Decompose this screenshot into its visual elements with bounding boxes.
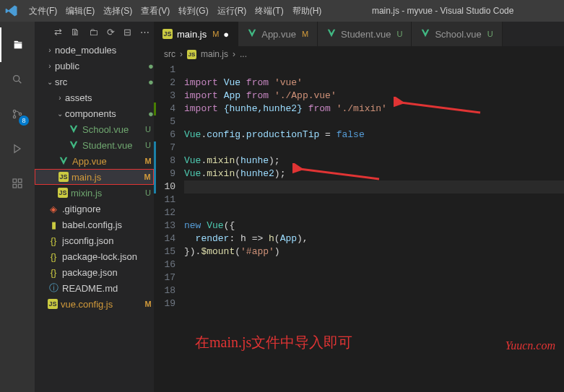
line-gutter: 12345 678910 1112131415 16171819 xyxy=(154,62,184,392)
menu-file[interactable]: 文件(F) xyxy=(29,5,57,17)
activity-debug-icon[interactable] xyxy=(0,131,35,166)
vue-icon xyxy=(326,28,337,40)
tree-node-modules[interactable]: ›node_modules xyxy=(35,42,154,58)
svg-point-2 xyxy=(13,116,15,118)
tab-school[interactable]: School.vueU xyxy=(412,22,502,46)
tree-mixin[interactable]: JSmixin.jsU xyxy=(35,185,154,201)
menu-run[interactable]: 运行(R) xyxy=(217,5,247,17)
tree-vueconfig[interactable]: JSvue.config.jsM xyxy=(35,296,154,312)
annotation-text: 在main.js文件中导入即可 xyxy=(195,333,352,352)
sidebar: ⇄ 🗎 🗀 ⟳ ⊟ ⋯ ›node_modules ›public● ⌄src●… xyxy=(35,22,154,392)
refresh-icon[interactable]: ⟳ xyxy=(107,27,115,38)
svg-rect-7 xyxy=(18,184,22,188)
js-icon: JS xyxy=(58,188,68,198)
svg-point-1 xyxy=(13,110,15,112)
file-tree: ›node_modules ›public● ⌄src● ›assets ⌄co… xyxy=(35,42,154,392)
activity-extensions-icon[interactable] xyxy=(0,166,35,201)
tab-main[interactable]: JSmain.jsM● xyxy=(154,22,238,46)
json-icon: {} xyxy=(48,267,59,278)
tree-main[interactable]: JSmain.jsM xyxy=(35,169,154,185)
tree-pkglock[interactable]: {}package-lock.json xyxy=(35,248,154,264)
more-icon[interactable]: ⋯ xyxy=(140,27,149,38)
vscode-logo-icon xyxy=(4,4,19,18)
watermark: Yuucn.com xyxy=(506,339,555,352)
tab-student[interactable]: Student.vueU xyxy=(318,22,412,46)
svg-point-0 xyxy=(14,76,19,82)
js-icon: JS xyxy=(162,29,173,39)
tree-student[interactable]: Student.vueU xyxy=(35,137,154,153)
vue-icon xyxy=(247,28,257,40)
menu-view[interactable]: 查看(V) xyxy=(141,5,170,17)
breadcrumb[interactable]: src› JS main.js›... xyxy=(154,46,564,62)
svg-rect-4 xyxy=(13,179,17,183)
tree-assets[interactable]: ›assets xyxy=(35,90,154,105)
titlebar: 文件(F) 编辑(E) 选择(S) 查看(V) 转到(G) 运行(R) 终端(T… xyxy=(0,0,564,22)
json-icon: {} xyxy=(48,235,59,246)
tab-app[interactable]: App.vueM xyxy=(238,22,318,46)
json-icon: {} xyxy=(48,251,59,262)
tree-app[interactable]: App.vueM xyxy=(35,153,154,169)
tree-gitignore[interactable]: ◈.gitignore xyxy=(35,201,154,217)
tree-public[interactable]: ›public● xyxy=(35,58,154,74)
babel-icon: ▮ xyxy=(48,219,59,230)
window-title: main.js - myvue - Visual Studio Code xyxy=(326,6,560,16)
activity-search-icon[interactable] xyxy=(0,62,35,97)
scm-badge: 8 xyxy=(19,116,29,126)
tree-jsconfig[interactable]: {}jsconfig.json xyxy=(35,232,154,248)
tree-school[interactable]: School.vueU xyxy=(35,121,154,137)
js-icon: JS xyxy=(187,50,196,59)
editor-tabs: JSmain.jsM● App.vueM Student.vueU School… xyxy=(154,22,564,46)
explorer-toolbar: ⇄ 🗎 🗀 ⟳ ⊟ ⋯ xyxy=(35,22,154,42)
vue-icon xyxy=(420,28,430,40)
new-file-icon[interactable]: 🗎 xyxy=(71,27,80,38)
svg-rect-5 xyxy=(18,179,22,183)
git-icon: ◈ xyxy=(48,204,59,214)
vue-icon xyxy=(58,156,69,166)
activitybar: 8 xyxy=(0,22,35,392)
tree-babel[interactable]: ▮babel.config.js xyxy=(35,217,154,232)
modified-dot-icon: ● xyxy=(223,29,229,40)
explorer-flip-icon[interactable]: ⇄ xyxy=(54,27,62,38)
svg-rect-6 xyxy=(13,184,17,188)
tree-components[interactable]: ⌄components● xyxy=(35,105,154,121)
vue-icon xyxy=(68,124,79,134)
activity-explorer-icon[interactable] xyxy=(0,27,35,62)
tree-readme[interactable]: ⓘREADME.md xyxy=(35,280,154,296)
menu-help[interactable]: 帮助(H) xyxy=(292,5,322,17)
menu-select[interactable]: 选择(S) xyxy=(103,5,132,17)
collapse-icon[interactable]: ⊟ xyxy=(123,27,131,38)
menu-goto[interactable]: 转到(G) xyxy=(178,5,208,17)
activity-scm-icon[interactable]: 8 xyxy=(0,97,35,131)
js-icon: JS xyxy=(48,299,58,309)
info-icon: ⓘ xyxy=(48,282,59,295)
menu-terminal[interactable]: 终端(T) xyxy=(255,5,283,17)
vue-icon xyxy=(68,140,79,150)
tree-src[interactable]: ⌄src● xyxy=(35,74,154,90)
js-icon: JS xyxy=(58,172,69,182)
tree-pkg[interactable]: {}package.json xyxy=(35,264,154,280)
new-folder-icon[interactable]: 🗀 xyxy=(89,27,98,38)
menu-edit[interactable]: 编辑(E) xyxy=(66,5,95,17)
